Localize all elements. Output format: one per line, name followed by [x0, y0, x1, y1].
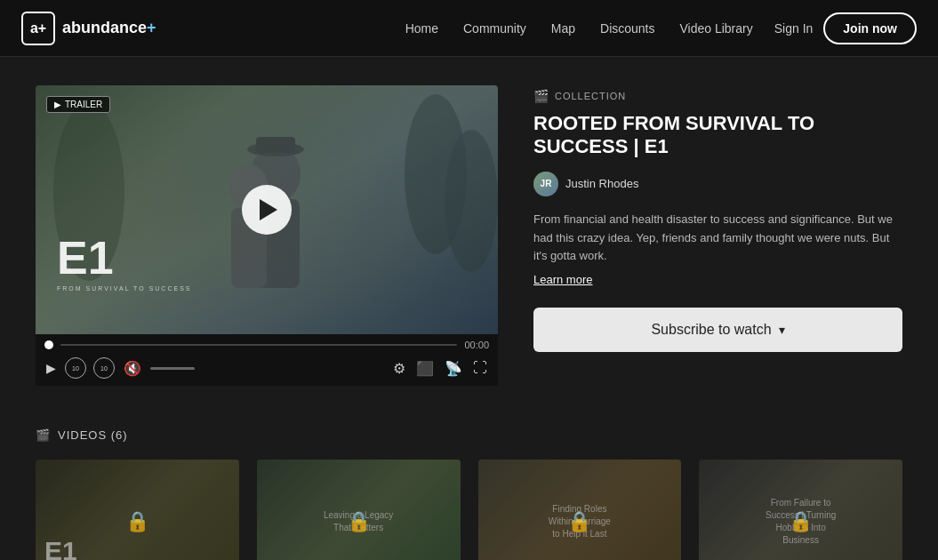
collection-icon: 🎬 [533, 89, 549, 103]
video-card-1[interactable]: E1 🔒 18:07 From Survival to Success | Ro… [36, 460, 239, 560]
nav-item-video-library[interactable]: Video Library [679, 21, 752, 36]
nav-item-map[interactable]: Map [551, 21, 575, 36]
info-panel: 🎬 COLLECTION ROOTED FROM SURVIVAL TO SUC… [533, 85, 902, 386]
time-display: 00:00 [464, 340, 489, 350]
videos-icon: 🎬 [36, 428, 51, 442]
forward-button[interactable]: 10 [93, 357, 115, 379]
video-thumbnail[interactable]: ▶ TRAILER E1 FROM SURVIVAL TO SUCCESS [36, 85, 498, 334]
fullscreen-button[interactable]: ⛶ [471, 358, 489, 378]
video-card-4[interactable]: From Failure toSuccess | TurningHobbies … [699, 460, 902, 560]
subscribe-button[interactable]: Subscribe to watch ▾ [533, 308, 902, 352]
video-player: ▶ TRAILER E1 FROM SURVIVAL TO SUCCESS 00… [36, 85, 498, 386]
rewind-button[interactable]: 10 [65, 357, 86, 379]
video-card-3[interactable]: Finding RolesWithin Marriageto Help it L… [478, 460, 682, 560]
controls-row: ▶ 10 10 🔇 ⚙ ⬛ 📡 ⛶ [44, 357, 489, 379]
collection-label: 🎬 COLLECTION [533, 89, 902, 103]
nav-item-discounts[interactable]: Discounts [600, 21, 654, 36]
pip-button[interactable]: ⬛ [414, 358, 436, 379]
progress-line [60, 344, 457, 346]
nav-item-community[interactable]: Community [463, 21, 526, 36]
lock-icon-3: 🔒 [567, 510, 591, 533]
signin-button[interactable]: Sign In [774, 21, 814, 36]
videos-section: 🎬 VIDEOS (6) E1 🔒 18:07 From Survival to… [0, 414, 938, 560]
right-controls: ⚙ ⬛ 📡 ⛶ [391, 358, 489, 379]
video-description: From financial and health disaster to su… [533, 211, 902, 266]
progress-dot [44, 340, 53, 349]
logo-area: a+ abundance+ [21, 12, 156, 45]
svg-point-3 [445, 130, 498, 272]
video-thumb-1: E1 🔒 18:07 [36, 460, 239, 560]
progress-bar[interactable]: 00:00 [44, 340, 489, 350]
navbar: a+ abundance+ Home Community Map Discoun… [0, 0, 938, 57]
main-section: ▶ TRAILER E1 FROM SURVIVAL TO SUCCESS 00… [0, 57, 938, 414]
lock-overlay-1: 🔒 [36, 460, 239, 560]
logo-icon: a+ [21, 12, 55, 45]
joinnow-button[interactable]: Join now [823, 12, 917, 44]
mute-button[interactable]: 🔇 [122, 358, 143, 379]
cast-button[interactable]: 📡 [443, 358, 464, 379]
play-button[interactable] [242, 185, 292, 235]
author-row: JR Justin Rhodes [533, 172, 902, 196]
trailer-badge: ▶ TRAILER [46, 96, 110, 113]
videos-grid: E1 🔒 18:07 From Survival to Success | Ro… [36, 460, 902, 560]
volume-slider[interactable] [150, 367, 195, 370]
nav-item-home[interactable]: Home [405, 21, 438, 36]
lock-icon-4: 🔒 [789, 510, 813, 533]
svg-rect-9 [256, 137, 295, 153]
play-pause-button[interactable]: ▶ [44, 359, 58, 377]
video-thumb-4: From Failure toSuccess | TurningHobbies … [699, 460, 902, 560]
lock-overlay-3: 🔒 [478, 460, 682, 560]
video-title: ROOTED FROM SURVIVAL TO SUCCESS | E1 [533, 112, 902, 159]
settings-button[interactable]: ⚙ [391, 358, 407, 379]
video-thumb-3: Finding RolesWithin Marriageto Help it L… [478, 460, 682, 560]
video-card-2[interactable]: Leaving a LegacyThat Matters 🔒 08:26 Lea… [257, 460, 461, 560]
author-name: Justin Rhodes [565, 177, 638, 190]
lock-icon-2: 🔒 [347, 510, 371, 533]
nav-links: Home Community Map Discounts Video Libra… [405, 20, 753, 36]
videos-header: 🎬 VIDEOS (6) [36, 428, 902, 442]
logo-name: abundance+ [62, 19, 156, 37]
video-thumb-2: Leaving a LegacyThat Matters 🔒 08:26 [257, 460, 461, 560]
subtitle-label: FROM SURVIVAL TO SUCCESS [57, 285, 191, 292]
e1-label: E1 [57, 235, 114, 281]
videos-count: VIDEOS (6) [58, 428, 128, 442]
lock-overlay-4: 🔒 [699, 460, 902, 560]
video-controls: 00:00 ▶ 10 10 🔇 ⚙ ⬛ 📡 ⛶ [36, 334, 498, 386]
lock-overlay-2: 🔒 [257, 460, 461, 560]
learn-more-link[interactable]: Learn more [533, 273, 902, 286]
chevron-down-icon: ▾ [779, 323, 785, 337]
lock-icon-1: 🔒 [125, 510, 149, 533]
author-avatar: JR [533, 172, 558, 196]
